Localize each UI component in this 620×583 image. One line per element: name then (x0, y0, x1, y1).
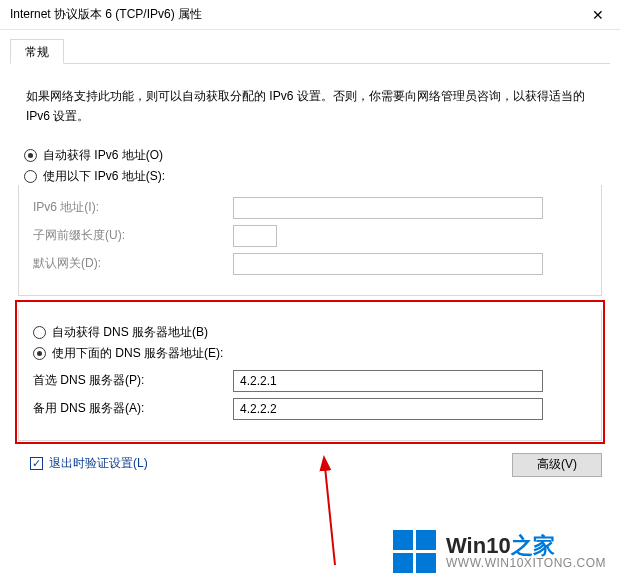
radio-icon (33, 326, 46, 339)
radio-label: 自动获得 DNS 服务器地址(B) (52, 324, 208, 341)
tab-general[interactable]: 常规 (10, 39, 64, 64)
input-prefix (233, 225, 277, 247)
close-button[interactable]: ✕ (575, 0, 620, 30)
radio-icon (33, 347, 46, 360)
radio-label: 自动获得 IPv6 地址(O) (43, 147, 163, 164)
watermark-url: WWW.WIN10XITONG.COM (446, 557, 606, 569)
radio-auto-dns[interactable]: 自动获得 DNS 服务器地址(B) (33, 324, 587, 341)
label-alternate-dns: 备用 DNS 服务器(A): (33, 400, 233, 417)
bottom-bar: ✓ 退出时验证设置(L) 高级(V) (18, 455, 602, 472)
radio-icon (24, 149, 37, 162)
watermark-text: Win10之家 WWW.WIN10XITONG.COM (446, 535, 606, 569)
windows-logo-icon (393, 530, 436, 573)
input-preferred-dns[interactable] (233, 370, 543, 392)
titlebar: Internet 协议版本 6 (TCP/IPv6) 属性 ✕ (0, 0, 620, 30)
row-ipv6-address: IPv6 地址(I): (33, 197, 587, 219)
label-gateway: 默认网关(D): (33, 255, 233, 272)
input-alternate-dns[interactable] (233, 398, 543, 420)
watermark-brand-a: Win10 (446, 533, 511, 558)
radio-auto-ip[interactable]: 自动获得 IPv6 地址(O) (24, 147, 602, 164)
label-ipv6-address: IPv6 地址(I): (33, 199, 233, 216)
label-prefix: 子网前缀长度(U): (33, 227, 233, 244)
close-icon: ✕ (592, 7, 604, 23)
row-alternate-dns: 备用 DNS 服务器(A): (33, 398, 587, 420)
checkbox-label: 退出时验证设置(L) (49, 455, 148, 472)
row-preferred-dns: 首选 DNS 服务器(P): (33, 370, 587, 392)
dns-group: 自动获得 DNS 服务器地址(B) 使用下面的 DNS 服务器地址(E): 首选… (18, 310, 602, 441)
radio-label: 使用下面的 DNS 服务器地址(E): (52, 345, 223, 362)
intro-text: 如果网络支持此功能，则可以自动获取分配的 IPv6 设置。否则，你需要向网络管理… (26, 86, 594, 127)
arrow-annotation (285, 455, 345, 575)
window-title: Internet 协议版本 6 (TCP/IPv6) 属性 (10, 6, 202, 23)
watermark: Win10之家 WWW.WIN10XITONG.COM (393, 530, 606, 573)
svg-line-0 (325, 467, 335, 565)
watermark-brand-b: 之家 (511, 533, 555, 558)
radio-label: 使用以下 IPv6 地址(S): (43, 168, 165, 185)
row-gateway: 默认网关(D): (33, 253, 587, 275)
ip-group: IPv6 地址(I): 子网前缀长度(U): 默认网关(D): (18, 185, 602, 296)
label-preferred-dns: 首选 DNS 服务器(P): (33, 372, 233, 389)
radio-manual-dns[interactable]: 使用下面的 DNS 服务器地址(E): (33, 345, 587, 362)
dialog-content: 如果网络支持此功能，则可以自动获取分配的 IPv6 设置。否则，你需要向网络管理… (0, 64, 620, 472)
input-ipv6-address (233, 197, 543, 219)
tab-strip: 常规 (10, 38, 610, 64)
input-gateway (233, 253, 543, 275)
row-prefix: 子网前缀长度(U): (33, 225, 587, 247)
checkbox-icon: ✓ (30, 457, 43, 470)
advanced-button[interactable]: 高级(V) (512, 453, 602, 477)
radio-icon (24, 170, 37, 183)
radio-manual-ip[interactable]: 使用以下 IPv6 地址(S): (24, 168, 602, 185)
